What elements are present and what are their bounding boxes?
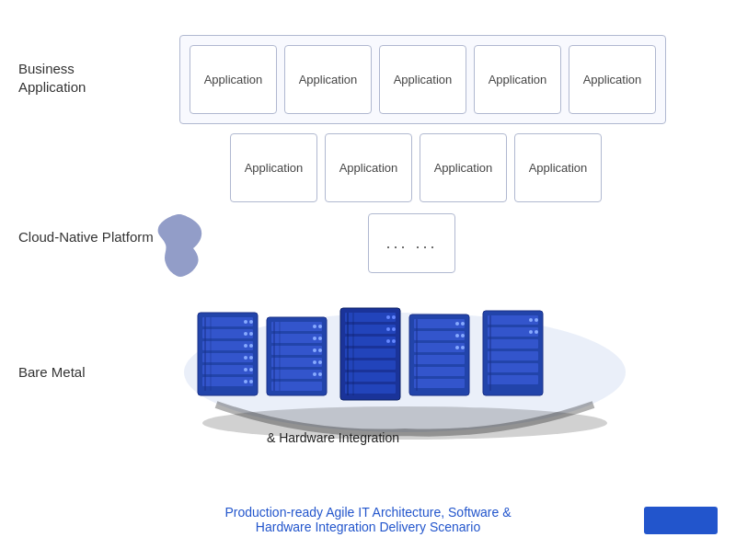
map-shape-icon: [147, 210, 212, 288]
svg-point-29: [313, 325, 316, 328]
svg-point-32: [318, 337, 322, 340]
svg-point-53: [386, 339, 390, 343]
business-app-bottom-group: Application Application Application Appl…: [221, 124, 611, 211]
svg-rect-75: [488, 351, 538, 360]
app-box-5: Application: [569, 45, 656, 114]
svg-point-67: [461, 334, 465, 337]
server-racks-svg: [170, 303, 639, 441]
svg-point-65: [461, 322, 465, 326]
svg-point-66: [455, 334, 459, 337]
svg-point-80: [529, 330, 533, 334]
svg-point-10: [244, 332, 247, 336]
svg-point-11: [249, 332, 253, 336]
svg-point-79: [535, 318, 538, 322]
svg-rect-45: [345, 349, 396, 358]
blue-button[interactable]: [644, 507, 718, 534]
svg-rect-62: [414, 367, 465, 376]
svg-rect-61: [414, 355, 465, 364]
svg-rect-48: [345, 384, 396, 394]
svg-rect-47: [345, 372, 396, 382]
svg-rect-63: [414, 379, 465, 388]
svg-point-81: [535, 330, 538, 334]
svg-point-50: [392, 315, 396, 319]
svg-rect-46: [345, 360, 396, 370]
svg-point-35: [313, 360, 316, 364]
diagram-container: Business Application Application Applica…: [0, 0, 736, 560]
business-app-top-group: Application Application Application Appl…: [179, 35, 666, 124]
svg-rect-74: [488, 339, 538, 349]
app-box-6: Application: [230, 133, 317, 202]
app-box-7: Application: [325, 133, 412, 202]
app-box-3: Application: [379, 45, 466, 114]
cloud-dots-box: ... ...: [368, 213, 455, 273]
svg-point-31: [313, 337, 316, 340]
svg-point-38: [318, 372, 322, 376]
svg-point-33: [313, 349, 316, 352]
svg-point-49: [386, 315, 390, 319]
app-box-1: Application: [190, 45, 277, 114]
bare-metal-label: Bare Metal: [18, 363, 86, 382]
svg-point-16: [244, 368, 247, 371]
svg-point-13: [249, 344, 253, 348]
cloud-label: Cloud-Native Platform: [18, 228, 154, 246]
svg-point-15: [249, 356, 253, 360]
svg-point-34: [318, 349, 322, 352]
svg-rect-28: [271, 382, 322, 391]
app-box-9: Application: [514, 133, 602, 202]
app-box-8: Application: [420, 133, 507, 202]
svg-point-69: [461, 346, 465, 349]
bare-metal-section: [170, 303, 639, 460]
app-box-2: Application: [284, 45, 372, 114]
svg-point-78: [529, 318, 533, 322]
svg-point-18: [244, 380, 247, 383]
svg-point-51: [386, 327, 390, 331]
svg-point-14: [244, 356, 247, 360]
svg-point-19: [249, 380, 253, 383]
svg-point-17: [249, 368, 253, 371]
svg-point-54: [392, 339, 396, 343]
svg-point-36: [318, 360, 322, 364]
svg-point-9: [249, 320, 253, 324]
svg-point-12: [244, 344, 247, 348]
hw-integration-text: & Hardware Integration: [267, 430, 399, 445]
business-label: Business Application: [18, 60, 86, 96]
svg-point-37: [313, 372, 316, 376]
app-box-4: Application: [474, 45, 561, 114]
svg-point-68: [455, 346, 459, 349]
svg-rect-76: [488, 363, 538, 372]
svg-point-52: [392, 327, 396, 331]
svg-point-8: [244, 320, 247, 324]
svg-point-64: [455, 322, 459, 326]
svg-point-30: [318, 325, 322, 328]
bottom-description-text: Production-ready Agile IT Architecture, …: [92, 505, 644, 534]
svg-rect-77: [488, 375, 538, 384]
